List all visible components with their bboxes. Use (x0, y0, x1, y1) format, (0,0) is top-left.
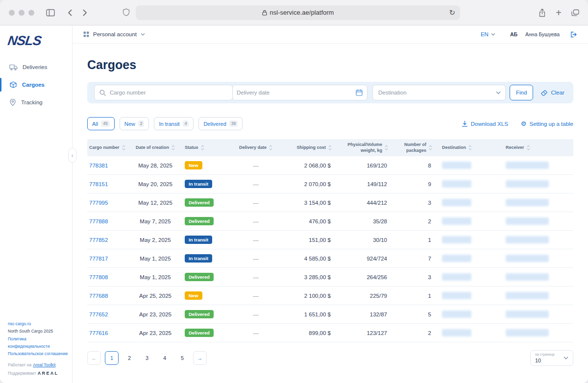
browser-toolbar-right: + (539, 8, 579, 18)
packages-count: 3 (428, 200, 431, 206)
delivery-date-value: — (253, 163, 259, 168)
receiver-redacted (506, 273, 549, 281)
column-header[interactable]: Status (180, 139, 229, 156)
column-header[interactable]: Receiver (501, 139, 573, 156)
minimize-window-button[interactable] (19, 10, 24, 16)
calendar-icon[interactable] (356, 89, 363, 96)
clear-button[interactable]: Clear (541, 90, 564, 96)
destination-select[interactable]: Destination (372, 85, 506, 100)
packages-count: 7 (428, 256, 431, 262)
column-header[interactable]: Cargo number (87, 139, 131, 156)
tab-delivered[interactable]: Delivered39 (198, 117, 243, 130)
cargo-number-link[interactable]: 777817 (89, 256, 108, 262)
table-row: 777852 May 2, 2025 In transit — 151,00 $… (87, 231, 573, 249)
column-header[interactable]: Destination (437, 139, 501, 156)
zoom-window-button[interactable] (28, 10, 34, 16)
previous-page-button[interactable]: ← (87, 351, 101, 365)
cargo-number-link[interactable]: 777995 (89, 200, 108, 206)
account-menu[interactable]: Personal account (83, 31, 145, 37)
destination-redacted (442, 311, 471, 318)
per-page-select[interactable]: на странице 10 (530, 350, 573, 366)
shipping-cost: 3 285,00 $ (304, 274, 331, 280)
next-page-button[interactable]: → (193, 351, 207, 365)
table-row: 778151 May 20, 2025 In transit — 2 070,0… (87, 175, 573, 193)
column-header-label: Cargo number (89, 145, 120, 151)
download-xls-button[interactable]: Download XLS (462, 120, 508, 127)
page-button-1[interactable]: 1 (105, 351, 119, 365)
column-header[interactable]: Delivery date (229, 139, 283, 156)
shipping-cost: 476,00 $ (309, 218, 331, 224)
page-button-2[interactable]: 2 (122, 351, 136, 365)
column-header[interactable]: Date of creation (131, 139, 180, 156)
receiver-redacted (506, 311, 549, 318)
tab-overview-icon[interactable] (571, 9, 579, 16)
column-header[interactable]: Number of packages (393, 139, 437, 156)
cargo-number-link[interactable]: 777852 (89, 237, 108, 243)
cargo-number-link[interactable]: 777652 (89, 311, 108, 317)
lock-icon[interactable] (262, 10, 267, 16)
creation-date: May 12, 2025 (138, 200, 172, 206)
cargo-number-link[interactable]: 777616 (89, 330, 108, 336)
status-badge: Delivered (185, 273, 214, 281)
weight-value: 225/79 (370, 293, 387, 299)
find-button[interactable]: Find (510, 85, 533, 100)
table-settings-button[interactable]: ⚙ Setting up a table (521, 120, 573, 127)
areal-toolkit-link[interactable]: Areal Toolkit (33, 361, 55, 369)
privacy-policy-link[interactable]: Политика конфиденциальности (8, 335, 68, 351)
sort-icon (269, 145, 272, 150)
tab-all[interactable]: All45 (87, 117, 115, 130)
packages-count: 5 (428, 311, 431, 317)
cargo-number-link[interactable]: 778381 (89, 163, 108, 168)
tab-in-transit[interactable]: In transit4 (154, 117, 194, 130)
page-button-5[interactable]: 5 (175, 351, 189, 365)
avatar-initials: АБ (510, 31, 517, 37)
sidebar-item-tracking[interactable]: Tracking (0, 94, 72, 111)
terms-link[interactable]: Пользовательское соглашение (8, 350, 68, 358)
language-selector[interactable]: EN (481, 31, 495, 37)
tab-count-badge: 39 (229, 120, 238, 127)
privacy-shield-icon[interactable] (122, 8, 130, 17)
site-link[interactable]: nsc-cargo.ru (8, 320, 68, 328)
sidebar-item-label: Cargoes (22, 82, 45, 88)
close-window-button[interactable] (9, 10, 15, 16)
browser-toolbar: nsl-service.ae/platform ↻ + (0, 0, 588, 25)
shipping-cost: 1 651,00 $ (304, 311, 331, 317)
nsls-logo: NSLS (7, 33, 73, 48)
cargo-number-link[interactable]: 777888 (89, 218, 108, 224)
page-button-3[interactable]: 3 (140, 351, 154, 365)
cargo-number-link[interactable]: 777688 (89, 293, 108, 299)
destination-redacted (442, 180, 471, 188)
column-header[interactable]: Physical/Volume weight, kg (337, 139, 393, 156)
sidebar-item-label: Tracking (21, 99, 43, 105)
cargo-number-link[interactable]: 777808 (89, 274, 108, 280)
column-header-label: Delivery date (239, 145, 267, 151)
logout-icon[interactable] (570, 31, 577, 38)
sidebar-collapse-handle[interactable]: ‹ (68, 148, 76, 163)
packages-count: 2 (428, 218, 431, 224)
back-button-icon[interactable] (68, 9, 72, 16)
copyright-text: North South Cargo 2025 (8, 328, 68, 335)
app-frame: NSLS DeliveriesCargoesTracking ‹ nsc-car… (0, 25, 588, 383)
sidebar-item-deliveries[interactable]: Deliveries (0, 58, 72, 76)
pin-icon (9, 98, 16, 106)
cargo-number-link[interactable]: 778151 (89, 181, 108, 187)
delivery-date-value: — (253, 218, 259, 224)
status-tabs-row: All45New2In transit4Delivered39 Download… (87, 117, 573, 130)
new-tab-icon[interactable]: + (556, 8, 562, 18)
reload-icon[interactable]: ↻ (449, 9, 455, 16)
address-bar[interactable]: nsl-service.ae/platform ↻ (136, 5, 460, 20)
sidebar: NSLS DeliveriesCargoesTracking ‹ nsc-car… (0, 25, 73, 383)
powered-by-text: Работает на (8, 361, 31, 369)
tab-new[interactable]: New2 (120, 117, 149, 130)
cargo-number-input[interactable] (106, 90, 232, 96)
sidebar-item-cargoes[interactable]: Cargoes (0, 76, 72, 94)
page-button-4[interactable]: 4 (158, 351, 172, 365)
destination-redacted (442, 162, 471, 169)
share-icon[interactable] (539, 8, 546, 17)
chevron-down-icon (491, 33, 495, 36)
browser-sidebar-toggle-icon[interactable] (46, 9, 55, 17)
status-tabs: All45New2In transit4Delivered39 (87, 117, 247, 130)
forward-button-icon[interactable] (83, 9, 87, 16)
column-header[interactable]: Shipping cost (283, 139, 337, 156)
delivery-date-input[interactable] (233, 90, 356, 96)
